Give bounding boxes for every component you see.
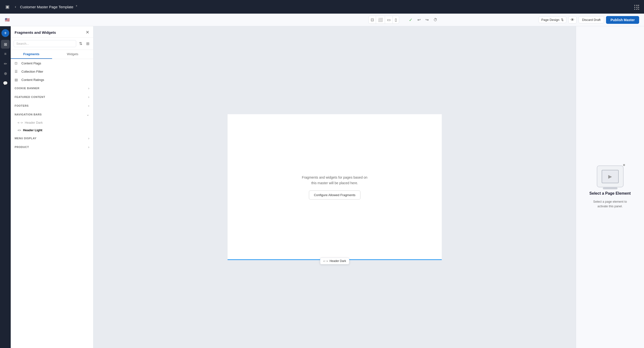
- preview-toggle-button[interactable]: 👁: [568, 16, 576, 23]
- panel-header: Fragments and Widgets ✕: [11, 26, 93, 38]
- history-icon: ⏱: [434, 18, 437, 22]
- sort-icon: ⇅: [79, 41, 82, 46]
- tablet-portrait-view-button[interactable]: ▭: [385, 16, 393, 23]
- play-icon: ▶: [608, 174, 612, 179]
- comments-icon: 💬: [3, 81, 8, 86]
- sidebar-toggle-button[interactable]: ▣: [4, 3, 11, 11]
- header-dark-code-icon: <·>: [18, 121, 23, 124]
- menu-display-chevron: ›: [88, 136, 89, 140]
- sort-button[interactable]: ⇅: [78, 40, 83, 47]
- page-design-dropdown[interactable]: Page Design ⇅: [538, 16, 566, 23]
- back-button[interactable]: ‹: [14, 3, 18, 10]
- history-button[interactable]: ⏱: [432, 16, 439, 23]
- undo-button[interactable]: ↩: [416, 16, 422, 23]
- brush-icon: ✏: [4, 61, 7, 66]
- list-item-content-flags[interactable]: ⊡ Content Flags: [11, 59, 93, 67]
- section-product[interactable]: PRODUCT ›: [11, 143, 93, 151]
- fragments-panel: Fragments and Widgets ✕ ⇅ ⊞ Fragments Wi…: [11, 26, 94, 348]
- check-status-button[interactable]: ✓: [407, 16, 414, 24]
- cookie-banner-chevron: ›: [88, 86, 89, 90]
- link-icon: ⊕: [4, 71, 7, 76]
- content-ratings-label: Content Ratings: [22, 78, 44, 82]
- section-cookie-banner[interactable]: COOKIE BANNER ›: [11, 84, 93, 93]
- search-row: ⇅ ⊞: [11, 38, 93, 50]
- header-light-code-icon: <>: [18, 129, 21, 132]
- monitor-screen-icon: ▶: [602, 170, 619, 183]
- footers-label: FOOTERS: [14, 104, 29, 107]
- layers-button[interactable]: ≡: [1, 50, 10, 58]
- grid-view-button[interactable]: ⊞: [85, 40, 90, 47]
- publish-master-button[interactable]: Publish Master: [606, 16, 639, 24]
- search-input[interactable]: [14, 40, 76, 47]
- redo-icon: ↪: [426, 17, 428, 22]
- right-panel-title: Select a Page Element: [590, 191, 631, 196]
- toolbar-right: Page Design ⇅ 👁 Discard Draft Publish Ma…: [538, 16, 639, 24]
- footers-chevron: ›: [88, 104, 89, 108]
- comments-button[interactable]: 💬: [1, 79, 10, 87]
- tab-fragments[interactable]: Fragments: [11, 50, 52, 59]
- section-featured-content[interactable]: FEATURED CONTENT ›: [11, 93, 93, 101]
- page-title: Customer Master Page Template: [20, 5, 73, 9]
- page-design-label: Page Design: [541, 18, 559, 22]
- content-ratings-icon: ▤: [14, 78, 19, 82]
- collection-filter-icon: ☰: [14, 69, 19, 73]
- redo-button[interactable]: ↪: [424, 16, 430, 23]
- select-element-illustration: ▶: [597, 166, 624, 187]
- main-layout: + ⊞ ≡ ✏ ⊕ 💬 Fragments and Widgets ✕ ⇅: [0, 26, 644, 348]
- nav-item-header-light[interactable]: <> Header Light: [11, 126, 93, 134]
- top-bar: ▣ ‹ Customer Master Page Template * ⋮: [0, 0, 644, 14]
- dot-grid-decoration: [634, 5, 639, 10]
- fragment-label-bubble: <·> Header Dark: [320, 258, 349, 264]
- fragment-code-icon: <·>: [323, 260, 328, 263]
- content-flags-icon: ⊡: [14, 61, 19, 65]
- dropdown-arrow-icon: ⇅: [561, 18, 564, 22]
- navigation-bars-chevron: ⌄: [86, 113, 89, 116]
- add-element-button[interactable]: +: [2, 29, 9, 37]
- close-panel-button[interactable]: ✕: [86, 30, 89, 35]
- header-dark-label: Header Dark: [25, 121, 43, 124]
- fragments-widgets-button[interactable]: ⊞: [1, 40, 10, 49]
- cookie-banner-label: COOKIE BANNER: [14, 87, 40, 90]
- fragments-icon: ⊞: [4, 42, 7, 47]
- discard-draft-button[interactable]: Discard Draft: [578, 16, 604, 23]
- canvas-placeholder: Fragments and widgets for pages based on…: [302, 175, 367, 199]
- back-icon: ‹: [15, 4, 16, 9]
- grid-icon: ⊞: [86, 41, 89, 46]
- menu-display-label: MENU DISPLAY: [14, 137, 36, 140]
- section-menu-display[interactable]: MENU DISPLAY ›: [11, 134, 93, 143]
- title-modified-indicator: *: [76, 4, 77, 9]
- collection-filter-label: Collection Filter: [22, 70, 43, 73]
- nav-item-header-dark[interactable]: <·> Header Dark: [11, 119, 93, 126]
- product-chevron: ›: [88, 145, 89, 149]
- featured-content-label: FEATURED CONTENT: [14, 96, 45, 98]
- layers-icon: ≡: [4, 52, 6, 56]
- desktop-view-button[interactable]: ⊡: [369, 16, 376, 23]
- left-icon-strip: + ⊞ ≡ ✏ ⊕ 💬: [0, 26, 11, 348]
- flag-icon: 🇺🇸: [5, 17, 10, 22]
- panel-content: ⊡ Content Flags ☰ Collection Filter ▤ Co…: [11, 59, 93, 348]
- brush-button[interactable]: ✏: [1, 59, 10, 68]
- undo-icon: ↩: [418, 17, 420, 22]
- top-bar-left: ▣ ‹ Customer Master Page Template *: [4, 3, 640, 11]
- featured-content-chevron: ›: [88, 95, 89, 99]
- configure-allowed-fragments-button[interactable]: Configure Allowed Fragments: [309, 190, 361, 199]
- view-options: ⊡ ⬜ ▭ ▯: [368, 16, 399, 24]
- tabs-row: Fragments Widgets: [11, 50, 93, 59]
- content-flags-label: Content Flags: [22, 61, 41, 65]
- panel-title: Fragments and Widgets: [14, 30, 56, 34]
- link-button[interactable]: ⊕: [1, 69, 10, 78]
- product-label: PRODUCT: [14, 146, 29, 149]
- section-footers[interactable]: FOOTERS ›: [11, 101, 93, 110]
- section-navigation-bars[interactable]: NAVIGATION BARS ⌄: [11, 110, 93, 119]
- tablet-landscape-view-button[interactable]: ⬜: [376, 16, 385, 23]
- canvas-inner: Fragments and widgets for pages based on…: [228, 114, 442, 260]
- tab-widgets[interactable]: Widgets: [52, 50, 94, 59]
- list-item-collection-filter[interactable]: ☰ Collection Filter: [11, 67, 93, 76]
- eye-icon: 👁: [570, 18, 574, 22]
- canvas-area: Fragments and widgets for pages based on…: [94, 26, 576, 348]
- mobile-view-button[interactable]: ▯: [393, 16, 399, 23]
- list-item-content-ratings[interactable]: ▤ Content Ratings: [11, 76, 93, 84]
- fragment-bubble-label: Header Dark: [330, 259, 346, 263]
- navigation-bars-label: NAVIGATION BARS: [14, 113, 42, 116]
- right-panel-subtitle: Select a page element to activate this p…: [587, 199, 632, 209]
